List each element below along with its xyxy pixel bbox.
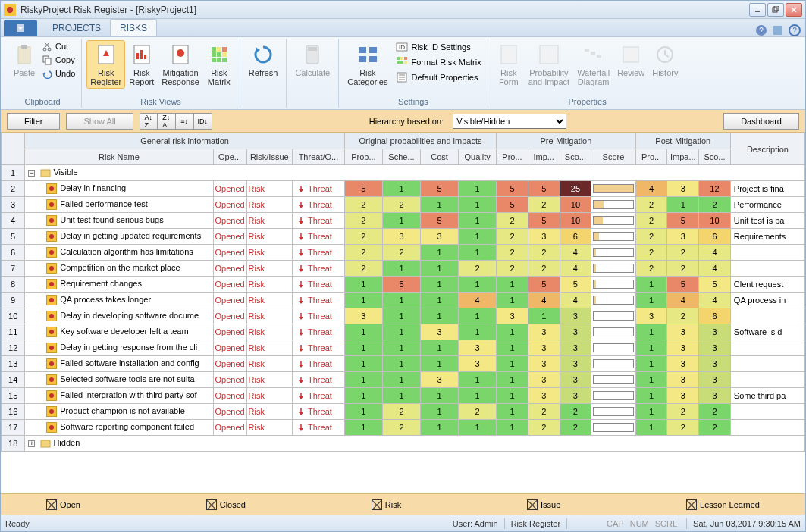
cell-orig[interactable]: 1 — [382, 388, 420, 404]
table-row[interactable]: 5Delay in getting updated requirementsOp… — [2, 229, 805, 245]
cell-description[interactable]: Unit test is pa — [730, 213, 804, 229]
cell-threat[interactable]: Threat — [293, 420, 345, 436]
cell-pre[interactable]: 3 — [497, 308, 528, 324]
row-number[interactable]: 11 — [2, 324, 25, 340]
cell-pre[interactable]: 4 — [528, 293, 560, 308]
cell-risk-issue[interactable]: Risk — [246, 372, 293, 388]
cell-open[interactable]: Opened — [213, 181, 246, 197]
cell-orig[interactable]: 1 — [344, 293, 382, 308]
cell-orig[interactable]: 1 — [382, 308, 420, 324]
cell-scorebar[interactable] — [591, 388, 635, 404]
cell-risk-name[interactable]: Failed intergration with third party sof — [25, 388, 213, 404]
cell-risk-name[interactable]: QA process takes longer — [25, 293, 213, 308]
cell-risk-name[interactable]: Software reporting component failed — [25, 420, 213, 436]
col-sche[interactable]: Sche... — [382, 149, 420, 165]
cell-risk-issue[interactable]: Risk — [246, 388, 293, 404]
cell-open[interactable]: Opened — [213, 420, 246, 436]
cell-post[interactable]: 6 — [699, 229, 731, 245]
cell-description[interactable]: QA process in — [730, 293, 804, 308]
cell-description[interactable] — [730, 404, 804, 420]
maximize-button[interactable] — [767, 3, 784, 17]
cell-orig[interactable]: 1 — [420, 420, 458, 436]
cell-risk-issue[interactable]: Risk — [246, 261, 293, 277]
cell-pre[interactable]: 25 — [560, 181, 591, 197]
col-pre-score[interactable]: Score — [591, 149, 635, 165]
table-row[interactable]: 14Selected software tools are not suitaO… — [2, 372, 805, 388]
cell-pre[interactable]: 2 — [528, 245, 560, 261]
cell-pre[interactable]: 2 — [560, 420, 591, 436]
cell-pre[interactable]: 2 — [497, 261, 528, 277]
cell-post[interactable]: 5 — [699, 277, 731, 293]
cell-threat[interactable]: Threat — [293, 372, 345, 388]
cell-description[interactable] — [730, 356, 804, 372]
table-row[interactable]: 6Calculation algorithm has limitationsOp… — [2, 245, 805, 261]
cell-threat[interactable]: Threat — [293, 340, 345, 356]
cell-risk-name[interactable]: Failed software installation and config — [25, 356, 213, 372]
cell-orig[interactable]: 4 — [459, 293, 497, 308]
cell-post[interactable]: 3 — [667, 181, 699, 197]
cell-orig[interactable]: 1 — [382, 213, 420, 229]
cell-description[interactable]: Requirements — [730, 229, 804, 245]
cell-post[interactable]: 2 — [667, 245, 699, 261]
cell-orig[interactable]: 3 — [459, 340, 497, 356]
cell-pre[interactable]: 5 — [528, 277, 560, 293]
cell-scorebar[interactable] — [591, 420, 635, 436]
cell-risk-name[interactable]: Delay in getting response from the cli — [25, 340, 213, 356]
col-quality[interactable]: Quality — [459, 149, 497, 165]
cell-risk-issue[interactable]: Risk — [246, 404, 293, 420]
cell-post[interactable]: 4 — [635, 181, 667, 197]
cell-orig[interactable]: 1 — [459, 245, 497, 261]
cell-pre[interactable]: 2 — [528, 420, 560, 436]
mitigation-response-button[interactable]: Mitigation Response — [158, 40, 203, 89]
cell-post[interactable]: 1 — [635, 356, 667, 372]
cell-orig[interactable]: 3 — [420, 229, 458, 245]
cell-orig[interactable]: 1 — [459, 277, 497, 293]
cell-orig[interactable]: 1 — [420, 277, 458, 293]
cell-orig[interactable]: 1 — [382, 324, 420, 340]
cell-post[interactable]: 1 — [667, 197, 699, 213]
table-row[interactable]: 11Key software developer left a teamOpen… — [2, 324, 805, 340]
cell-post[interactable]: 1 — [635, 277, 667, 293]
cell-threat[interactable]: Threat — [293, 404, 345, 420]
cell-orig[interactable]: 1 — [344, 340, 382, 356]
cell-post[interactable]: 2 — [699, 197, 731, 213]
cell-orig[interactable]: 3 — [344, 308, 382, 324]
refresh-button[interactable]: Refresh — [245, 40, 282, 80]
cell-scorebar[interactable] — [591, 404, 635, 420]
cell-pre[interactable]: 5 — [560, 277, 591, 293]
cell-open[interactable]: Opened — [213, 213, 246, 229]
cell-risk-name[interactable]: Selected software tools are not suita — [25, 372, 213, 388]
hierarchy-select[interactable]: Visible/Hidden — [453, 114, 566, 129]
cell-orig[interactable]: 1 — [420, 261, 458, 277]
cell-threat[interactable]: Threat — [293, 245, 345, 261]
table-row[interactable]: 7Competition on the market placeOpenedRi… — [2, 261, 805, 277]
cell-post[interactable]: 2 — [635, 261, 667, 277]
cell-threat[interactable]: Threat — [293, 277, 345, 293]
cell-post[interactable]: 1 — [635, 404, 667, 420]
cell-orig[interactable]: 1 — [459, 213, 497, 229]
col-prob[interactable]: Prob... — [344, 149, 382, 165]
cell-open[interactable]: Opened — [213, 197, 246, 213]
table-row[interactable]: 9QA process takes longerOpenedRiskThreat… — [2, 293, 805, 308]
cell-orig[interactable]: 3 — [420, 372, 458, 388]
group-visible[interactable]: − Visible — [25, 165, 805, 181]
cell-risk-issue[interactable]: Risk — [246, 197, 293, 213]
cell-description[interactable] — [730, 340, 804, 356]
cell-post[interactable]: 4 — [699, 245, 731, 261]
cell-threat[interactable]: Threat — [293, 388, 345, 404]
cell-pre[interactable]: 5 — [528, 213, 560, 229]
cell-pre[interactable]: 3 — [528, 324, 560, 340]
cell-post[interactable]: 2 — [699, 420, 731, 436]
cell-pre[interactable]: 1 — [497, 388, 528, 404]
cell-orig[interactable]: 1 — [382, 293, 420, 308]
cell-pre[interactable]: 1 — [497, 293, 528, 308]
expand-icon[interactable]: + — [28, 440, 35, 447]
help-icon-2[interactable] — [772, 24, 784, 36]
cell-pre[interactable]: 3 — [560, 308, 591, 324]
cell-risk-name[interactable]: Product champion is not available — [25, 404, 213, 420]
cell-scorebar[interactable] — [591, 324, 635, 340]
cell-post[interactable]: 10 — [699, 213, 731, 229]
copy-button[interactable]: Copy — [40, 54, 77, 66]
cell-post[interactable]: 2 — [667, 261, 699, 277]
col-pre-sco[interactable]: Sco... — [560, 149, 591, 165]
